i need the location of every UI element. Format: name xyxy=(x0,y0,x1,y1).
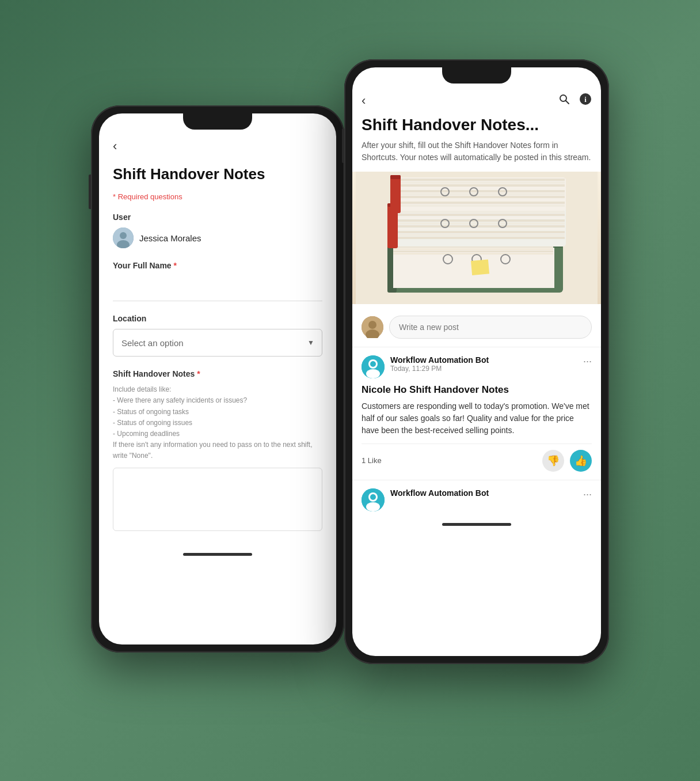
home-indicator-right xyxy=(442,523,511,526)
svg-rect-15 xyxy=(393,253,553,255)
location-select[interactable]: Select an option xyxy=(113,329,322,357)
post-user-avatar xyxy=(362,316,383,338)
svg-rect-38 xyxy=(390,175,401,179)
new-post-input[interactable] xyxy=(389,316,592,339)
svg-rect-30 xyxy=(398,231,565,233)
svg-rect-44 xyxy=(401,193,565,195)
svg-rect-39 xyxy=(401,179,565,181)
svg-rect-48 xyxy=(401,204,565,207)
post-2-meta: Workflow Automation Bot xyxy=(390,488,577,498)
svg-rect-37 xyxy=(390,175,401,213)
svg-rect-45 xyxy=(401,196,565,198)
post-1-author: Workflow Automation Bot xyxy=(390,355,577,365)
svg-point-62 xyxy=(370,494,376,500)
svg-rect-31 xyxy=(398,234,565,236)
channel-desc: After your shift, fill out the Shift Han… xyxy=(352,139,601,172)
back-button-left[interactable]: ‹ xyxy=(113,139,322,154)
svg-point-54 xyxy=(368,321,376,329)
required-star: * xyxy=(113,192,116,201)
svg-rect-42 xyxy=(401,187,565,189)
svg-rect-14 xyxy=(393,251,553,252)
notes-instruction: Include details like: - Were there any s… xyxy=(113,384,322,461)
svg-rect-43 xyxy=(401,190,565,192)
notes-label: Shift Handover Notes * xyxy=(113,369,322,378)
right-header: ‹ i xyxy=(352,88,601,115)
svg-rect-46 xyxy=(401,199,565,201)
svg-rect-26 xyxy=(398,219,565,222)
post-card-1: Workflow Automation Bot Today, 11:29 PM … xyxy=(352,347,601,480)
svg-point-63 xyxy=(366,502,380,511)
location-select-wrapper: Select an option ▼ xyxy=(113,329,322,357)
reaction-buttons: 👎 👍 xyxy=(542,450,592,472)
svg-rect-41 xyxy=(401,184,565,187)
avatar xyxy=(113,228,134,248)
post-2-author: Workflow Automation Bot xyxy=(390,488,577,498)
post-1-title: Nicole Ho Shift Handover Notes xyxy=(362,384,592,396)
notes-textarea[interactable] xyxy=(113,468,322,531)
notes-required-star: * xyxy=(197,369,200,378)
svg-rect-24 xyxy=(398,214,565,216)
svg-point-58 xyxy=(370,361,376,367)
svg-text:i: i xyxy=(584,95,587,104)
full-name-input[interactable] xyxy=(113,276,322,301)
post-1-meta: Workflow Automation Bot Today, 11:29 PM xyxy=(390,355,577,373)
new-post-area xyxy=(352,311,601,347)
svg-line-4 xyxy=(566,101,569,104)
user-name: Jessica Morales xyxy=(139,233,201,243)
svg-rect-23 xyxy=(398,211,565,213)
svg-rect-25 xyxy=(398,217,565,219)
post-1-likes: 1 Like xyxy=(362,456,382,465)
info-icon[interactable]: i xyxy=(579,93,592,108)
post-2-header: Workflow Automation Bot ··· xyxy=(352,480,601,517)
required-note: * Required questions xyxy=(113,192,322,201)
svg-rect-29 xyxy=(398,228,565,230)
header-icons: i xyxy=(558,93,592,108)
post-1-time: Today, 11:29 PM xyxy=(390,365,577,373)
user-row: Jessica Morales xyxy=(113,228,322,248)
back-button-right[interactable]: ‹ xyxy=(362,93,366,108)
left-phone: ‹ Shift Handover Notes * Required questi… xyxy=(91,105,344,653)
home-indicator xyxy=(183,553,252,556)
svg-rect-40 xyxy=(401,181,565,184)
svg-rect-13 xyxy=(393,248,553,250)
svg-rect-47 xyxy=(401,202,565,204)
search-icon[interactable] xyxy=(558,93,570,108)
svg-rect-32 xyxy=(398,237,565,239)
post-1-body: Customers are responding well to today's… xyxy=(362,400,592,437)
form-title: Shift Handover Notes xyxy=(113,165,322,183)
svg-point-1 xyxy=(120,232,127,239)
user-field-label: User xyxy=(113,213,322,222)
channel-image xyxy=(352,172,601,304)
channel-title: Shift Handover Notes... xyxy=(352,115,601,139)
bot-avatar-2 xyxy=(362,488,385,511)
full-name-label: Your Full Name * xyxy=(113,261,322,270)
like-button[interactable]: 👍 xyxy=(570,450,592,472)
location-label: Location xyxy=(113,314,322,323)
post-1-header: Workflow Automation Bot Today, 11:29 PM … xyxy=(362,355,592,378)
post-2-more-btn[interactable]: ··· xyxy=(583,488,592,501)
svg-point-59 xyxy=(366,369,380,378)
post-1-more-btn[interactable]: ··· xyxy=(583,355,592,367)
svg-rect-52 xyxy=(471,259,489,275)
post-1-reactions: 1 Like 👎 👍 xyxy=(362,443,592,472)
svg-rect-28 xyxy=(398,225,565,228)
right-phone: ‹ i xyxy=(344,59,609,664)
full-name-required-star: * xyxy=(174,261,177,270)
bot-avatar-1 xyxy=(362,355,385,378)
dislike-button[interactable]: 👎 xyxy=(542,450,564,472)
svg-rect-27 xyxy=(398,222,565,225)
